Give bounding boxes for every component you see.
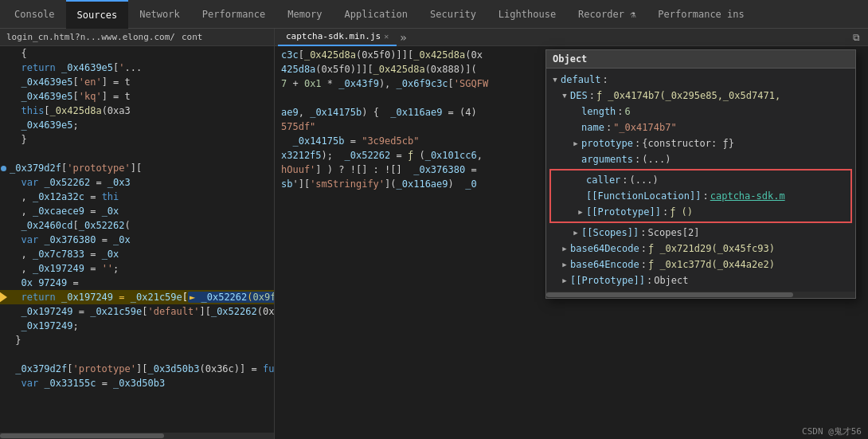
code-line-22 <box>0 347 274 362</box>
popup-scrollbar-thumb[interactable] <box>546 292 793 297</box>
right-section: Object default : DES : <box>275 29 868 439</box>
tree-item-functionlocation: [[FunctionLocation]] : captcha-sdk.m <box>551 188 850 204</box>
popup-title: Object <box>546 50 855 69</box>
tab-sources[interactable]: Sources <box>66 0 129 29</box>
tab-memory[interactable]: Memory <box>276 0 333 29</box>
tree-item-des: DES : ƒ _0x4174b7(_0x295e85,_0x5d7471, <box>546 88 855 104</box>
tree-toggle-base64decode[interactable] <box>559 241 570 256</box>
code-line-20: _0x197249; <box>0 319 274 333</box>
code-line-14: var _0x376380 = _0x <box>0 233 274 247</box>
code-line-9: _0x379d2f['prototype'][ <box>0 161 274 175</box>
code-line-11: , _0x12a32c = thi <box>0 190 274 204</box>
right-tabs: captcha-sdk.min.js ✕ » ⧉ <box>275 29 868 46</box>
code-line-4: _0x4639e5['kq'] = t <box>0 89 274 104</box>
popup-content: default : DES : ƒ _0x4174b7(_0x295e85,_0… <box>546 69 855 292</box>
code-line-10: var _0x52262 = _0x3 <box>0 175 274 190</box>
popup-scrollbar-h[interactable] <box>546 292 855 298</box>
code-line-2: return _0x4639e5['... <box>0 61 274 75</box>
code-line-5: this[_0x425d8a(0xa3 <box>0 104 274 118</box>
source-panel: login_cn.html?n...www.elong.com/ cont { … <box>0 29 275 439</box>
main-layout: login_cn.html?n...www.elong.com/ cont { … <box>0 29 868 439</box>
code-line-21: } <box>0 333 274 347</box>
tab-console[interactable]: Console <box>3 0 66 29</box>
tree-item-proto-obj: [[Prototype]] : Object <box>546 272 855 288</box>
code-line-12: , _0xcaece9 = _0x <box>0 204 274 218</box>
tree-item-arguments: arguments : (...) <box>546 151 855 167</box>
object-popup: Object default : DES : <box>545 49 856 299</box>
tree-item-length: length : 6 <box>546 104 855 120</box>
code-line-23: _0x379d2f['prototype'][_0x3d50b3(0x36c)]… <box>0 362 274 376</box>
tab-lighthouse[interactable]: Lighthouse <box>487 0 567 29</box>
code-line-return: return _0x197249 = _0x21c59e[► _0x52262(… <box>0 290 274 304</box>
code-line-1: { <box>0 46 274 61</box>
top-tab-bar: Console Sources Network Performance Memo… <box>0 0 868 29</box>
code-line-17: 0x 97249 = <box>0 276 274 290</box>
source-code-area: { return _0x4639e5['... _0x4639e5['en'] … <box>0 46 274 439</box>
tree-toggle-proto-obj[interactable] <box>559 273 570 288</box>
tree-item-caller: caller : (...) <box>551 172 850 188</box>
tree-item-prototype1: prototype : {constructor: ƒ} <box>546 135 855 151</box>
tree-red-section: caller : (...) [[FunctionLocation]] : ca… <box>549 169 852 223</box>
tree-toggle-base64encode[interactable] <box>559 257 570 272</box>
tab-performance-insights[interactable]: Performance ins <box>647 0 755 29</box>
tree-toggle-scopes[interactable] <box>570 225 581 240</box>
breadcrumb: login_cn.html?n...www.elong.com/ cont <box>0 29 274 46</box>
code-line-7: } <box>0 132 274 147</box>
more-tabs-btn[interactable]: » <box>400 31 406 44</box>
tab-network[interactable]: Network <box>128 0 191 29</box>
code-line-3: _0x4639e5['en'] = t <box>0 75 274 89</box>
code-line-15: , _0x7c7833 = _0x <box>0 247 274 261</box>
tree-item-default: default : <box>546 72 855 88</box>
tree-item-scopes: [[Scopes]] : Scopes[2] <box>546 225 855 241</box>
tree-toggle-des[interactable] <box>559 88 570 103</box>
tab-performance[interactable]: Performance <box>191 0 276 29</box>
tab-captcha-sdk[interactable]: captcha-sdk.min.js ✕ <box>278 29 397 46</box>
source-scrollbar-h[interactable] <box>0 433 274 439</box>
tree-toggle-default[interactable] <box>549 73 561 87</box>
code-line-6: _0x4639e5; <box>0 118 274 132</box>
tree-toggle-prototype1[interactable] <box>570 136 581 151</box>
tab-recorder[interactable]: Recorder ⚗ <box>567 0 647 29</box>
tree-item-base64decode: base64Decode : ƒ _0x721d29(_0x45fc93) <box>546 241 855 257</box>
tab-application[interactable]: Application <box>334 0 419 29</box>
code-line-19: _0x197249 = _0x21c59e['default'][_0x5226… <box>0 304 274 319</box>
close-tab-btn[interactable]: ✕ <box>384 32 389 41</box>
watermark: CSDN @鬼才56 <box>802 425 862 437</box>
source-scrollbar-thumb[interactable] <box>0 433 164 438</box>
app-container: Console Sources Network Performance Memo… <box>0 0 868 439</box>
tree-item-base64encode: base64Encode : ƒ _0x1c377d(_0x44a2e2) <box>546 257 855 272</box>
detach-btn[interactable]: ⧉ <box>848 32 865 43</box>
tree-item-name: name : "_0x4174b7" <box>546 120 855 135</box>
tree-item-proto-fn: [[Prototype]] : ƒ () <box>551 204 850 220</box>
tab-security[interactable]: Security <box>419 0 487 29</box>
code-line-24: var _0x33155c = _0x3d50b3 <box>0 376 274 390</box>
tree-toggle-proto-fn[interactable] <box>575 205 586 219</box>
code-line-13: _0x2460cd[_0x52262( <box>0 218 274 233</box>
code-line-16: , _0x197249 = ''; <box>0 261 274 276</box>
code-line-8 <box>0 147 274 161</box>
